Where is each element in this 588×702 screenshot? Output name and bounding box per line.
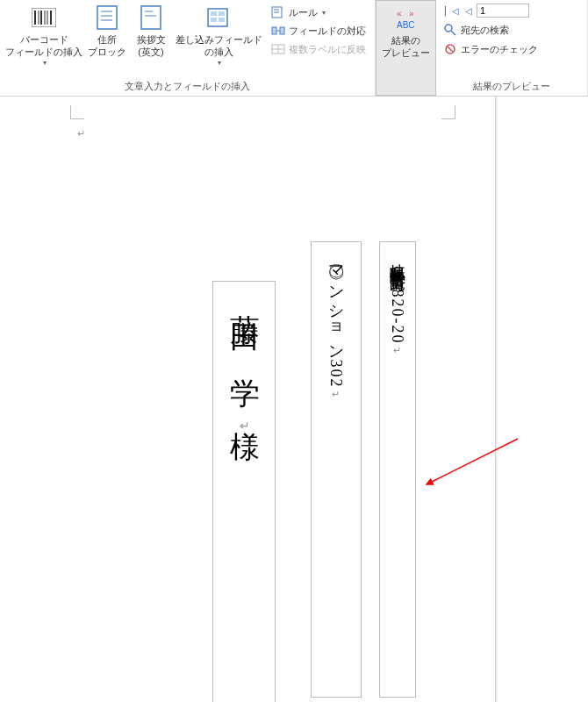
record-number-input[interactable] [477, 4, 529, 18]
address-line1-frame[interactable]: 岐阜県岐阜市雪見町 2-820-20↵ [379, 241, 416, 698]
rules-label: ルール [289, 6, 318, 19]
ribbon-group-write-insert: バーコード フィールドの挿入 ▾ 住所 ブロック 挨拶文 (英文) 差し [0, 0, 376, 96]
rules-button[interactable]: ルール ▾ [268, 4, 369, 21]
preview-group-label: 結果のプレビュー [440, 78, 584, 96]
svg-rect-16 [219, 11, 225, 16]
greeting-line-button[interactable]: 挨拶文 (英文) [130, 2, 172, 61]
paragraph-mark: ↵ [77, 128, 85, 140]
rules-icon [271, 5, 285, 19]
prev-record-button[interactable]: ◁ [463, 4, 474, 18]
svg-point-31 [445, 25, 452, 32]
update-labels-label: 複数ラベルに反映 [289, 43, 366, 56]
first-record-button[interactable]: ▏◁ [443, 4, 461, 18]
svg-line-34 [448, 47, 453, 52]
preview-results-label: 結果の プレビュー [382, 34, 430, 60]
margin-corner-tr [441, 105, 455, 119]
address-line2-text: 〇〇マンション 302↵ [326, 251, 347, 688]
svg-rect-23 [280, 27, 284, 34]
svg-text:»: » [409, 9, 414, 18]
svg-text:ABC: ABC [397, 20, 415, 30]
preview-results-icon: «»ABC [392, 4, 420, 32]
find-recipient-button[interactable]: 宛先の検索 [440, 21, 584, 39]
check-errors-icon [443, 42, 457, 56]
search-icon [443, 23, 457, 37]
page[interactable]: ↵ 岐阜県岐阜市雪見町 2-820-20↵ 〇〇マンション 302↵ 藤田 学 … [0, 97, 496, 702]
barcode-field-button[interactable]: バーコード フィールドの挿入 ▾ [4, 2, 84, 68]
document-area[interactable]: ↵ 岐阜県岐阜市雪見町 2-820-20↵ 〇〇マンション 302↵ 藤田 学 … [0, 97, 588, 702]
svg-line-35 [430, 439, 518, 483]
svg-rect-18 [219, 18, 225, 22]
insert-merge-field-button[interactable]: 差し込みフィールド の挿入 ▾ [174, 2, 264, 68]
barcode-icon [30, 4, 58, 32]
svg-line-32 [451, 31, 455, 35]
address-block-button[interactable]: 住所 ブロック [86, 2, 128, 61]
annotation-arrow [421, 430, 527, 535]
svg-rect-7 [97, 6, 117, 29]
chevron-down-icon: ▾ [218, 59, 221, 67]
address-line1-text: 岐阜県岐阜市雪見町 2-820-20↵ [387, 251, 408, 688]
ribbon: バーコード フィールドの挿入 ▾ 住所 ブロック 挨拶文 (英文) 差し [0, 0, 588, 97]
update-labels-icon [271, 42, 285, 56]
margin-corner-tl [70, 105, 84, 119]
address-block-icon [93, 4, 121, 32]
svg-rect-15 [211, 11, 217, 16]
recipient-name-frame[interactable]: 藤田 学 様↵ [212, 281, 276, 702]
write-insert-group-label: 文章入力とフィールドの挿入 [4, 78, 371, 96]
chevron-down-icon: ▾ [322, 9, 326, 17]
match-fields-label: フィールドの対応 [289, 25, 366, 38]
find-recipient-label: 宛先の検索 [461, 24, 509, 37]
match-fields-button[interactable]: フィールドの対応 [268, 22, 369, 39]
insert-merge-field-icon [205, 4, 233, 32]
svg-rect-11 [141, 6, 161, 29]
preview-results-group: «»ABC 結果の プレビュー [376, 0, 436, 96]
address-block-label: 住所 ブロック [88, 33, 126, 59]
chevron-down-icon: ▾ [43, 59, 47, 67]
svg-text:«: « [397, 9, 402, 18]
check-errors-label: エラーのチェック [461, 43, 538, 56]
preview-results-button[interactable]: «»ABC 結果の プレビュー [380, 3, 432, 61]
address-line2-frame[interactable]: 〇〇マンション 302↵ [311, 241, 362, 698]
barcode-label: バーコード フィールドの挿入 [5, 33, 82, 59]
recipient-name-text: 藤田 学 様↵ [224, 290, 264, 702]
svg-rect-22 [272, 27, 276, 34]
check-errors-button[interactable]: エラーのチェック [440, 40, 584, 58]
svg-rect-17 [211, 18, 217, 22]
update-labels-button: 複数ラベルに反映 [268, 40, 369, 58]
ribbon-group-preview: ▏◁ ◁ 宛先の検索 エラーのチェック 結果のプレビュー [436, 0, 588, 96]
insert-merge-field-label: 差し込みフィールド の挿入 [176, 33, 262, 59]
greeting-line-label: 挨拶文 (英文) [137, 33, 166, 59]
match-fields-icon [271, 24, 285, 38]
greeting-line-icon [137, 4, 165, 32]
